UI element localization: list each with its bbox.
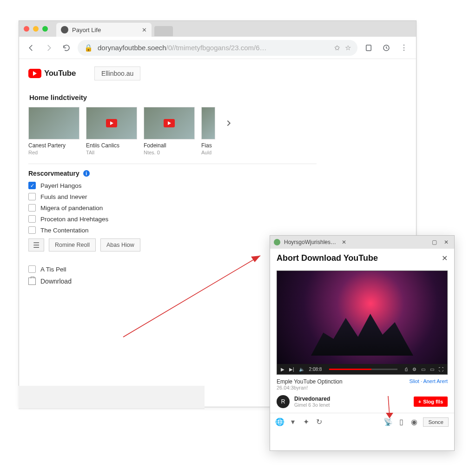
category-item[interactable]: Fuuls and Inever xyxy=(28,193,407,200)
play-icon[interactable]: ▶ xyxy=(281,367,284,372)
tab-close-icon[interactable]: ✕ xyxy=(142,26,147,33)
next-icon[interactable]: ▶| xyxy=(289,367,294,372)
popup-title-text: HoyrsgoWjurishles… xyxy=(284,239,336,245)
bookmark-icon[interactable] xyxy=(362,41,375,54)
category-item[interactable]: The Contentation xyxy=(28,226,407,234)
popup-footer: 🌐 ▾ ✦ ↻ 📡 ▯ ◉ Sonce xyxy=(270,413,454,430)
popup-title-close-icon[interactable]: ✕ xyxy=(340,239,348,245)
miniplayer-icon[interactable]: ▭ xyxy=(421,367,425,372)
video-thumbnail[interactable]: Fodeinall Ntes. 0 xyxy=(144,107,195,155)
thumbnail-sub: Auld xyxy=(201,150,215,155)
url-domain: dorynayfoutbbe.soech xyxy=(98,44,166,52)
search-field[interactable]: Ellinboo.au xyxy=(94,66,140,80)
popup-header: Abort Download YouTube ✕ xyxy=(270,249,454,268)
star-outline-icon[interactable]: ✩ xyxy=(334,44,340,52)
category-item[interactable]: Payerl Hangos xyxy=(28,182,407,189)
settings-gear-icon[interactable]: ⚙ xyxy=(412,367,416,372)
browser-tab[interactable]: Payort Life ✕ xyxy=(56,23,152,37)
popup-maximize-icon[interactable]: ▢ xyxy=(430,239,438,245)
checkbox-icon[interactable] xyxy=(28,204,36,212)
thumbnail-image xyxy=(28,107,79,139)
video-player[interactable]: ▶ ▶| 🔈 2:08:8 ⎙ ⚙ ▭ ▭ ⛶ xyxy=(277,271,448,375)
browser-toolbar: 🔒 dorynayfoutbbe.soech/0//tmimetyfbgogan… xyxy=(19,37,416,59)
volume-icon[interactable]: 🔈 xyxy=(299,367,304,372)
maximize-window-icon[interactable] xyxy=(42,26,48,32)
close-window-icon[interactable] xyxy=(24,26,29,32)
svg-rect-0 xyxy=(366,45,371,51)
youtube-logo[interactable]: YouTube xyxy=(28,69,76,78)
extra-item-label: A Tis Pell xyxy=(40,266,66,273)
video-subtext: 26.04:3byran! xyxy=(277,385,448,390)
channel-name[interactable]: Dirvedonared xyxy=(294,396,330,402)
footer-refresh-icon[interactable]: ↻ xyxy=(315,418,323,426)
list-view-button[interactable]: ☰ xyxy=(28,238,44,251)
window-titlebar: Payort Life ✕ xyxy=(19,21,416,37)
back-button[interactable] xyxy=(25,41,38,54)
category-heading: Rescorvmeatury i xyxy=(28,170,407,177)
theater-icon[interactable]: ▭ xyxy=(430,367,434,372)
subscribe-button[interactable]: + Slog flls xyxy=(414,397,448,407)
captions-icon[interactable]: ⎙ xyxy=(405,367,408,372)
video-thumbnail[interactable]: Canest Partery Red xyxy=(28,107,79,155)
thumbnail-title: Fodeinall xyxy=(144,142,195,149)
tab-favicon xyxy=(61,26,68,33)
fullscreen-icon[interactable]: ⛶ xyxy=(439,367,443,372)
popup-heading: Abort Download YouTube xyxy=(277,253,378,263)
category-item-label: Payerl Hangos xyxy=(40,182,82,189)
thumbnail-title: Canest Partery xyxy=(28,142,79,149)
channel-avatar[interactable]: R xyxy=(277,395,290,408)
category-item-label: Proceton and Hrehtages xyxy=(40,216,108,223)
video-meta: Emple YouTube Optinction Sliot · Anert A… xyxy=(270,375,454,392)
progress-bar[interactable] xyxy=(329,369,397,370)
footer-down-icon[interactable]: ▾ xyxy=(289,418,297,426)
youtube-brand-text: YouTube xyxy=(44,69,76,78)
menu-icon[interactable]: ⋮ xyxy=(397,41,410,54)
video-artwork xyxy=(311,314,413,356)
checkbox-icon[interactable] xyxy=(28,182,36,189)
thumbnail-sub: Red xyxy=(28,150,79,155)
reload-button[interactable] xyxy=(60,41,73,54)
popup-dismiss-icon[interactable]: ✕ xyxy=(442,254,448,263)
checkbox-icon[interactable] xyxy=(28,215,36,223)
url-path: /0//tmimetyfbgogans/23.com/6… xyxy=(166,44,267,52)
thumbnail-sub: TAll xyxy=(86,150,137,155)
category-item[interactable]: Proceton and Hrehtages xyxy=(28,215,407,223)
footer-sparkle-icon[interactable]: ✦ xyxy=(302,418,310,426)
popup-close-icon[interactable]: ✕ xyxy=(442,239,450,245)
footer-globe-icon[interactable]: 🌐 xyxy=(276,418,284,426)
play-overlay-icon xyxy=(106,119,117,127)
category-item[interactable]: Migera of pandenation xyxy=(28,204,407,212)
checkbox-icon[interactable] xyxy=(28,193,36,200)
star-icon[interactable]: ☆ xyxy=(345,44,351,52)
carousel-next-button[interactable] xyxy=(222,116,236,130)
video-thumbnail[interactable]: Entiis Canlics TAll xyxy=(86,107,137,155)
thumbnail-image xyxy=(86,107,137,139)
thumbnail-image xyxy=(201,107,215,139)
checkbox-icon[interactable] xyxy=(28,226,36,234)
thumbnail-title: Entiis Canlics xyxy=(86,142,137,149)
svg-marker-3 xyxy=(386,413,393,418)
forward-button[interactable] xyxy=(42,41,55,54)
info-icon[interactable]: i xyxy=(83,170,90,177)
category-item-label: Migera of pandenation xyxy=(40,205,103,212)
checkbox-icon[interactable] xyxy=(28,265,36,273)
category-item-label: The Contentation xyxy=(40,227,89,234)
video-frame xyxy=(277,271,447,364)
button-romine[interactable]: Romine Reoll xyxy=(49,238,96,251)
minimize-window-icon[interactable] xyxy=(33,26,39,32)
address-bar[interactable]: 🔒 dorynayfoutbbe.soech/0//tmimetyfbgogan… xyxy=(78,40,357,56)
video-title: Emple YouTube Optinction xyxy=(277,378,343,385)
download-icon xyxy=(28,278,36,285)
divider xyxy=(28,164,317,164)
subscribe-label: Slog flls xyxy=(423,399,443,404)
footer-record-icon[interactable]: ◉ xyxy=(410,418,418,426)
video-carousel: Canest Partery Red Entiis Canlics TAll F… xyxy=(28,107,407,155)
video-actions-links[interactable]: Sliot · Anert Arert xyxy=(409,378,448,384)
video-thumbnail[interactable]: Fias Auld xyxy=(201,107,215,155)
extension-icon[interactable] xyxy=(380,41,393,54)
new-tab-button[interactable] xyxy=(154,26,173,36)
download-label: Downrload xyxy=(40,278,72,285)
footer-action-button[interactable]: Sonce xyxy=(423,417,449,427)
channel-row: R Dirvedonared Gimel 6 3o lenet + Slog f… xyxy=(270,392,454,413)
page-footer-shadow xyxy=(19,386,205,409)
